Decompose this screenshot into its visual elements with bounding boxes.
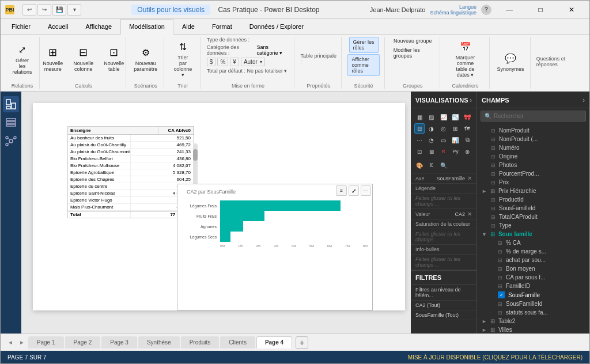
field-item[interactable]: ⊟% de marge s... <box>484 247 589 256</box>
tab-donnees[interactable]: Données / Explorer <box>241 19 312 34</box>
saturation-drop[interactable]: Faites glisser ici les champs ... <box>411 229 476 245</box>
maximize-button[interactable]: □ <box>527 1 554 19</box>
field-item[interactable]: ⊟ProductId <box>477 195 589 204</box>
field-item[interactable]: ►⊞Villes <box>477 325 589 333</box>
filter-element-level[interactable]: Filtres au niveau de l'élém... <box>411 285 476 301</box>
close-button[interactable]: ✕ <box>558 1 585 19</box>
tab-clients[interactable]: Clients <box>220 336 255 348</box>
viz-area-icon[interactable]: 📉 <box>450 112 460 122</box>
tab-accueil[interactable]: Accueil <box>39 19 77 34</box>
chart-menu-button[interactable]: ≡ <box>336 185 347 196</box>
data-view-icon[interactable] <box>3 115 19 131</box>
tab-page4[interactable]: Page 4 <box>256 336 292 348</box>
viz-python-icon[interactable]: Py <box>450 146 460 157</box>
focus-mode-button[interactable]: ⤢ <box>349 185 359 196</box>
help-button[interactable]: ? <box>481 5 491 15</box>
tab-fichier[interactable]: Fichier <box>3 19 39 34</box>
legende-drop[interactable]: Faites glisser ici les champs ... <box>411 194 476 209</box>
synonymes-button[interactable]: 💬 Synonymes <box>493 48 528 75</box>
viz-scatter-icon[interactable]: ⋯ <box>414 135 425 145</box>
field-item[interactable]: ⊟SousFamilleId <box>477 204 589 213</box>
table-visual[interactable]: Enseigne CA Ablvc0 Au bonheur des fruits… <box>67 126 194 218</box>
viz-stacked-bar-icon[interactable]: ▦ <box>414 112 425 122</box>
viz-slicer-icon[interactable]: ⧉ <box>462 135 472 145</box>
field-item[interactable]: ⊟Prix <box>477 178 589 187</box>
tab-produits[interactable]: Produits <box>181 336 220 348</box>
field-item[interactable]: ⊟NomProduit (... <box>477 135 589 143</box>
viz-map-icon[interactable]: 🗺 <box>462 123 472 134</box>
marquer-table-button[interactable]: 📅 Marquer commetable de dates ▾ <box>446 37 485 81</box>
field-item[interactable]: ⊟% CA <box>484 238 589 247</box>
fields-expand-button[interactable]: › <box>583 96 585 104</box>
viz-donut-icon[interactable]: ◎ <box>438 123 449 134</box>
tab-synthese[interactable]: Synthèse <box>138 336 180 348</box>
viz-kpi-icon[interactable]: 📊 <box>450 135 460 145</box>
nouvelle-colonne-button[interactable]: ⊟ Nouvellecolonne <box>69 43 97 75</box>
field-item[interactable]: ⊟TotalCAProduit <box>477 213 589 221</box>
yen-button[interactable]: ¥ <box>230 58 239 66</box>
nouveau-groupe-button[interactable]: Nouveau groupe <box>391 37 435 45</box>
dropdown-button[interactable]: ▾ <box>67 4 81 16</box>
report-view-icon[interactable] <box>3 96 19 112</box>
fields-search-box[interactable]: 🔍 <box>481 111 586 122</box>
filter-ca2[interactable]: CA2 (Tout) <box>411 301 476 310</box>
minimize-button[interactable]: — <box>496 1 523 19</box>
field-item[interactable]: ⊟CA par sous f... <box>484 273 589 282</box>
gerer-relations-button[interactable]: ⤢ Gérer lesrelations <box>9 40 36 78</box>
nouvelle-table-button[interactable]: ⊡ Nouvelletable <box>100 43 128 75</box>
field-item[interactable]: ✓SousFamille <box>484 290 589 299</box>
undo-button[interactable]: ↩ <box>22 4 36 16</box>
viz-card-icon[interactable]: ▭ <box>438 135 449 145</box>
modifier-groupes-button[interactable]: Modifier les groupes <box>391 46 435 60</box>
viz-format-icon[interactable]: 🎨 <box>414 160 425 170</box>
viz-bar-chart-icon[interactable]: ▨ <box>426 112 437 122</box>
viz-treemap-icon[interactable]: ⊞ <box>450 123 460 134</box>
viz-custom-icon[interactable]: ⊕ <box>462 146 472 157</box>
add-page-button[interactable]: + <box>296 336 308 349</box>
field-item[interactable]: ⊟Origine <box>477 152 589 161</box>
field-item[interactable]: ⊟SousFamilleId <box>484 299 589 308</box>
valeur-x-button[interactable]: ✕ <box>467 211 472 217</box>
tab-modelisation[interactable]: Modélisation <box>120 19 173 35</box>
field-item[interactable]: ⊟Bon moyen <box>484 264 589 273</box>
field-item[interactable]: ⊟Numéro <box>477 143 589 152</box>
trier-colonne-button[interactable]: ⇅ Trier parcolonne ▾ <box>170 37 196 81</box>
field-item[interactable]: ⊟NomProduit <box>477 126 589 135</box>
tab-aide[interactable]: Aide <box>173 19 203 34</box>
viz-table-icon[interactable]: ⊡ <box>414 146 425 157</box>
afficher-roles-button[interactable]: Affichercomme rôles <box>347 54 379 76</box>
tab-page3[interactable]: Page 3 <box>101 336 137 348</box>
nouvelle-mesure-button[interactable]: ⊞ Nouvellemesure <box>39 43 67 75</box>
filter-sousfamille[interactable]: SousFamille (Tout) <box>411 310 476 320</box>
viz-gauge-icon[interactable]: ◔ <box>426 135 437 145</box>
field-item[interactable]: ⊟Type <box>477 221 589 230</box>
redo-button[interactable]: ↪ <box>37 4 51 16</box>
viz-line-icon[interactable]: 📈 <box>438 112 449 122</box>
tab-page2[interactable]: Page 2 <box>65 336 101 348</box>
ellipsis-button[interactable]: ⋯ <box>361 185 371 196</box>
scroll-left-button[interactable]: ◄ <box>5 339 16 346</box>
currency-button[interactable]: $ <box>207 58 216 66</box>
viz-ribbon-icon[interactable]: 🎀 <box>462 112 472 122</box>
field-item[interactable]: ⊟Photos <box>477 161 589 169</box>
viz-r-icon[interactable]: R <box>438 146 449 157</box>
infobulles-drop[interactable]: Faites glisser ici les champs ... <box>411 255 476 270</box>
format-dropdown-button[interactable]: Autor <box>241 58 265 66</box>
viz-h-bar-icon[interactable]: ⊟ <box>414 123 425 134</box>
tab-affichage[interactable]: Affichage <box>77 19 120 34</box>
viz-pie-icon[interactable]: ◑ <box>426 123 437 134</box>
field-item[interactable]: ►⊞Prix Hiérarchie <box>477 187 589 195</box>
field-item[interactable]: ►⊞Table2 <box>477 317 589 325</box>
fields-search-input[interactable] <box>494 113 582 119</box>
axe-x-button[interactable]: ✕ <box>467 175 472 181</box>
field-item[interactable]: ⊟achat par sou... <box>484 256 589 264</box>
scrollbar[interactable] <box>193 143 198 189</box>
percent-button[interactable]: % <box>217 58 228 66</box>
field-item[interactable]: ▼⊞Sous famille <box>477 230 589 238</box>
update-warning[interactable]: MISE À JOUR DISPONIBLE (CLIQUEZ POUR LA … <box>408 354 583 361</box>
save-button[interactable]: 💾 <box>52 4 66 16</box>
gerer-roles-button[interactable]: Gérer lesrôles <box>349 37 379 53</box>
viz-drillthrough-icon[interactable]: 🔍 <box>438 160 449 170</box>
viz-filter-icon[interactable]: ⧖ <box>426 160 437 170</box>
field-item[interactable]: ⊟PourcentProd... <box>477 169 589 178</box>
